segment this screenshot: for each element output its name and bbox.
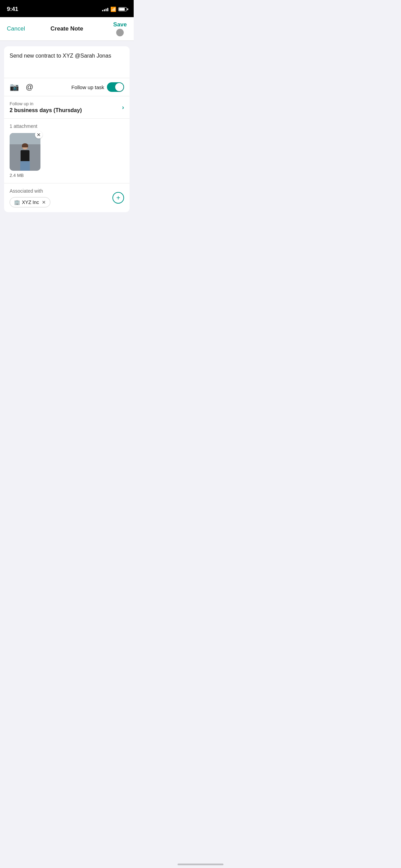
wifi-icon: 📶 xyxy=(110,7,116,12)
note-card: Send new contract to XYZ @Sarah Jonas 📷 … xyxy=(4,46,130,212)
note-area[interactable]: Send new contract to XYZ @Sarah Jonas xyxy=(4,46,130,78)
associated-content: Associated with 🏢 XYZ Inc ✕ xyxy=(10,188,112,207)
mention-icon[interactable]: @ xyxy=(26,83,33,92)
follow-up-toggle-label: Follow up task xyxy=(71,84,104,90)
remove-association-button[interactable]: ✕ xyxy=(42,200,46,205)
battery-icon xyxy=(118,7,127,11)
follow-up-sublabel: Follow up in xyxy=(10,101,82,106)
company-icon: 🏢 xyxy=(14,200,20,205)
nav-bar: Cancel Create Note Save xyxy=(0,17,134,41)
attachments-label: 1 attachment xyxy=(10,123,124,129)
attachment-size: 2.4 MB xyxy=(10,173,40,178)
associated-section: Associated with 🏢 XYZ Inc ✕ + xyxy=(4,183,130,212)
note-text[interactable]: Send new contract to XYZ @Sarah Jonas xyxy=(10,52,124,72)
association-tag-name: XYZ Inc xyxy=(22,200,39,205)
person-head xyxy=(22,143,28,149)
toggle-thumb xyxy=(115,83,123,91)
remove-attachment-button[interactable]: ✕ xyxy=(35,131,42,138)
camera-icon[interactable]: 📷 xyxy=(10,83,19,92)
main-content: Send new contract to XYZ @Sarah Jonas 📷 … xyxy=(0,41,134,218)
associated-label: Associated with xyxy=(10,188,112,194)
status-icons: 📶 xyxy=(102,7,127,12)
add-association-button[interactable]: + xyxy=(112,192,124,204)
attachments-section: 1 attachment xyxy=(4,118,130,183)
follow-up-toggle[interactable] xyxy=(107,82,124,92)
cancel-button[interactable]: Cancel xyxy=(7,25,25,32)
chevron-right-icon: › xyxy=(122,104,124,111)
save-button[interactable]: Save xyxy=(113,21,127,36)
attachment-thumbnail xyxy=(10,133,40,171)
follow-up-info: Follow up in 2 business days (Thursday) xyxy=(10,101,82,113)
plus-icon: + xyxy=(116,194,120,202)
follow-up-toggle-container: Follow up task xyxy=(71,82,124,92)
attachment-photo xyxy=(10,133,40,171)
page-title: Create Note xyxy=(50,25,83,32)
association-tag[interactable]: 🏢 XYZ Inc ✕ xyxy=(10,197,50,207)
signal-icon xyxy=(102,7,108,11)
follow-up-value: 2 business days (Thursday) xyxy=(10,107,82,113)
follow-up-row[interactable]: Follow up in 2 business days (Thursday) … xyxy=(4,96,130,118)
cursor-indicator xyxy=(116,29,124,36)
status-time: 9:41 xyxy=(7,6,18,13)
status-bar: 9:41 📶 xyxy=(0,0,134,17)
attachment-item: ✕ 2.4 MB xyxy=(10,133,40,178)
person-body-bottom xyxy=(20,161,30,171)
person-body-top xyxy=(21,150,29,161)
note-toolbar: 📷 @ Follow up task xyxy=(4,78,130,96)
